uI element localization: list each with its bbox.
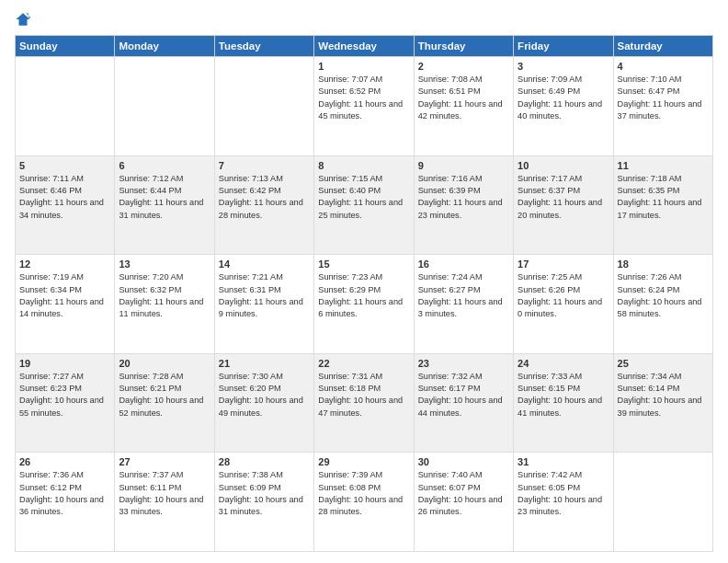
day-cell: 18Sunrise: 7:26 AMSunset: 6:24 PMDayligh… (613, 255, 712, 354)
day-number: 26 (19, 456, 110, 467)
day-number: 1 (318, 61, 409, 72)
day-info: Sunrise: 7:11 AMSunset: 6:46 PMDaylight:… (19, 173, 110, 222)
day-cell: 22Sunrise: 7:31 AMSunset: 6:18 PMDayligh… (314, 353, 414, 453)
day-cell: 25Sunrise: 7:34 AMSunset: 6:14 PMDayligh… (613, 353, 712, 453)
day-number: 31 (518, 456, 609, 467)
day-number: 11 (618, 160, 709, 171)
day-cell: 28Sunrise: 7:38 AMSunset: 6:09 PMDayligh… (214, 453, 313, 552)
day-number: 5 (19, 160, 110, 171)
day-cell (214, 57, 313, 156)
day-cell: 4Sunrise: 7:10 AMSunset: 6:47 PMDaylight… (613, 57, 712, 156)
day-info: Sunrise: 7:25 AMSunset: 6:26 PMDaylight:… (518, 271, 609, 320)
day-number: 22 (318, 358, 409, 369)
day-cell: 5Sunrise: 7:11 AMSunset: 6:46 PMDaylight… (16, 155, 115, 255)
day-info: Sunrise: 7:40 AMSunset: 6:07 PMDaylight:… (418, 469, 509, 518)
day-info: Sunrise: 7:34 AMSunset: 6:14 PMDaylight:… (618, 371, 709, 419)
day-number: 19 (19, 358, 110, 369)
svg-marker-0 (17, 13, 30, 26)
day-cell: 13Sunrise: 7:20 AMSunset: 6:32 PMDayligh… (115, 255, 214, 354)
day-cell: 19Sunrise: 7:27 AMSunset: 6:23 PMDayligh… (16, 353, 115, 453)
day-cell: 24Sunrise: 7:33 AMSunset: 6:15 PMDayligh… (514, 353, 613, 453)
day-info: Sunrise: 7:18 AMSunset: 6:35 PMDaylight:… (618, 173, 709, 222)
day-number: 21 (219, 358, 310, 369)
day-info: Sunrise: 7:37 AMSunset: 6:11 PMDaylight:… (119, 469, 210, 518)
day-number: 8 (318, 160, 409, 171)
day-info: Sunrise: 7:39 AMSunset: 6:08 PMDaylight:… (318, 469, 409, 518)
weekday-header-tuesday: Tuesday (214, 36, 313, 57)
day-info: Sunrise: 7:17 AMSunset: 6:37 PMDaylight:… (518, 173, 609, 222)
day-info: Sunrise: 7:19 AMSunset: 6:34 PMDaylight:… (19, 271, 110, 320)
calendar-page: SundayMondayTuesdayWednesdayThursdayFrid… (0, 0, 728, 563)
day-number: 20 (119, 358, 210, 369)
day-cell: 7Sunrise: 7:13 AMSunset: 6:42 PMDaylight… (214, 155, 313, 255)
day-info: Sunrise: 7:16 AMSunset: 6:39 PMDaylight:… (418, 173, 509, 222)
day-cell: 10Sunrise: 7:17 AMSunset: 6:37 PMDayligh… (514, 155, 613, 255)
day-number: 3 (518, 61, 609, 72)
day-cell: 16Sunrise: 7:24 AMSunset: 6:27 PMDayligh… (414, 255, 513, 354)
weekday-header-sunday: Sunday (16, 36, 115, 57)
day-number: 7 (219, 160, 310, 171)
week-row-5: 26Sunrise: 7:36 AMSunset: 6:12 PMDayligh… (16, 453, 713, 552)
day-info: Sunrise: 7:42 AMSunset: 6:05 PMDaylight:… (518, 469, 609, 518)
day-number: 16 (418, 259, 509, 270)
weekday-header-friday: Friday (514, 36, 613, 57)
day-cell: 8Sunrise: 7:15 AMSunset: 6:40 PMDaylight… (314, 155, 414, 255)
day-cell: 11Sunrise: 7:18 AMSunset: 6:35 PMDayligh… (613, 155, 712, 255)
day-cell: 14Sunrise: 7:21 AMSunset: 6:31 PMDayligh… (214, 255, 313, 354)
week-row-1: 1Sunrise: 7:07 AMSunset: 6:52 PMDaylight… (16, 57, 713, 156)
day-cell: 12Sunrise: 7:19 AMSunset: 6:34 PMDayligh… (16, 255, 115, 354)
day-number: 27 (119, 456, 210, 467)
weekday-header-saturday: Saturday (613, 36, 712, 57)
day-info: Sunrise: 7:20 AMSunset: 6:32 PMDaylight:… (119, 271, 210, 320)
day-cell: 31Sunrise: 7:42 AMSunset: 6:05 PMDayligh… (514, 453, 613, 552)
day-cell: 29Sunrise: 7:39 AMSunset: 6:08 PMDayligh… (314, 453, 414, 552)
day-info: Sunrise: 7:28 AMSunset: 6:21 PMDaylight:… (119, 371, 210, 419)
day-cell: 21Sunrise: 7:30 AMSunset: 6:20 PMDayligh… (214, 353, 313, 453)
week-row-2: 5Sunrise: 7:11 AMSunset: 6:46 PMDaylight… (16, 155, 713, 255)
day-cell: 20Sunrise: 7:28 AMSunset: 6:21 PMDayligh… (115, 353, 214, 453)
day-cell: 26Sunrise: 7:36 AMSunset: 6:12 PMDayligh… (16, 453, 115, 552)
day-info: Sunrise: 7:33 AMSunset: 6:15 PMDaylight:… (518, 371, 609, 419)
day-info: Sunrise: 7:38 AMSunset: 6:09 PMDaylight:… (219, 469, 310, 518)
day-info: Sunrise: 7:12 AMSunset: 6:44 PMDaylight:… (119, 173, 210, 222)
day-info: Sunrise: 7:15 AMSunset: 6:40 PMDaylight:… (318, 173, 409, 222)
day-number: 30 (418, 456, 509, 467)
day-cell: 2Sunrise: 7:08 AMSunset: 6:51 PMDaylight… (414, 57, 513, 156)
day-number: 17 (518, 259, 609, 270)
day-number: 29 (318, 456, 409, 467)
week-row-4: 19Sunrise: 7:27 AMSunset: 6:23 PMDayligh… (16, 353, 713, 453)
day-cell: 3Sunrise: 7:09 AMSunset: 6:49 PMDaylight… (514, 57, 613, 156)
day-cell: 27Sunrise: 7:37 AMSunset: 6:11 PMDayligh… (115, 453, 214, 552)
day-cell (115, 57, 214, 156)
day-number: 13 (119, 259, 210, 270)
weekday-header-thursday: Thursday (414, 36, 513, 57)
day-number: 10 (518, 160, 609, 171)
day-info: Sunrise: 7:26 AMSunset: 6:24 PMDaylight:… (618, 271, 709, 320)
header (15, 11, 713, 28)
day-cell: 17Sunrise: 7:25 AMSunset: 6:26 PMDayligh… (514, 255, 613, 354)
day-number: 23 (418, 358, 509, 369)
day-number: 18 (618, 259, 709, 270)
day-info: Sunrise: 7:31 AMSunset: 6:18 PMDaylight:… (318, 371, 409, 419)
day-info: Sunrise: 7:07 AMSunset: 6:52 PMDaylight:… (318, 74, 409, 122)
day-cell: 6Sunrise: 7:12 AMSunset: 6:44 PMDaylight… (115, 155, 214, 255)
day-cell: 30Sunrise: 7:40 AMSunset: 6:07 PMDayligh… (414, 453, 513, 552)
day-info: Sunrise: 7:10 AMSunset: 6:47 PMDaylight:… (618, 74, 709, 122)
day-info: Sunrise: 7:08 AMSunset: 6:51 PMDaylight:… (418, 74, 509, 122)
day-cell (16, 57, 115, 156)
day-number: 12 (19, 259, 110, 270)
day-cell: 23Sunrise: 7:32 AMSunset: 6:17 PMDayligh… (414, 353, 513, 453)
logo (15, 11, 35, 28)
day-number: 14 (219, 259, 310, 270)
day-info: Sunrise: 7:32 AMSunset: 6:17 PMDaylight:… (418, 371, 509, 419)
week-row-3: 12Sunrise: 7:19 AMSunset: 6:34 PMDayligh… (16, 255, 713, 354)
day-number: 25 (618, 358, 709, 369)
day-info: Sunrise: 7:21 AMSunset: 6:31 PMDaylight:… (219, 271, 310, 320)
weekday-header-monday: Monday (115, 36, 214, 57)
day-info: Sunrise: 7:23 AMSunset: 6:29 PMDaylight:… (318, 271, 409, 320)
day-info: Sunrise: 7:27 AMSunset: 6:23 PMDaylight:… (19, 371, 110, 419)
day-number: 28 (219, 456, 310, 467)
weekday-header-wednesday: Wednesday (314, 36, 414, 57)
day-info: Sunrise: 7:13 AMSunset: 6:42 PMDaylight:… (219, 173, 310, 222)
day-number: 24 (518, 358, 609, 369)
